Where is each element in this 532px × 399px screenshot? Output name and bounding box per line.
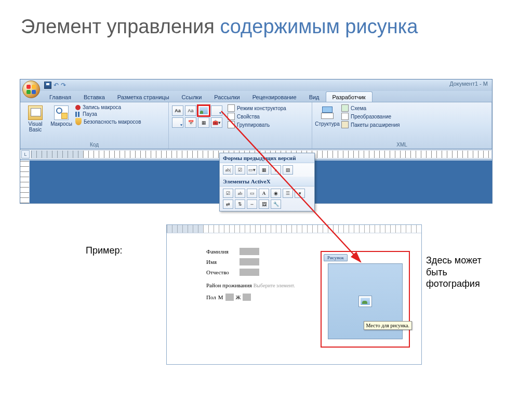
ax-image-icon[interactable]: 🖼 <box>259 200 269 209</box>
rich-text-control[interactable]: Aa <box>172 105 183 116</box>
ax-scroll-icon[interactable]: ↔ <box>247 200 257 209</box>
macro-security-button[interactable]: Безопасность макросов <box>75 118 141 125</box>
quick-access-toolbar: ↶ ↷ Документ1 - M <box>20 79 492 91</box>
picture-tooltip: Место для рисунка. <box>364 321 412 330</box>
label-surname: Фамилия <box>206 248 236 255</box>
tab-stop-selector[interactable]: L <box>21 150 30 158</box>
transform-button[interactable]: Преобразование <box>341 113 400 120</box>
legacy-textfield-icon[interactable]: ab| <box>223 165 233 175</box>
legacy-checkbox-icon[interactable]: ☑ <box>235 165 245 175</box>
tab-layout[interactable]: Разметка страницы <box>111 92 176 102</box>
checkbox-m[interactable] <box>225 294 234 301</box>
ribbon-group-xml: Структура Схема Преобразование Пакеты ра… <box>312 102 492 149</box>
tab-mailings[interactable]: Рассылки <box>208 92 246 102</box>
structure-button[interactable]: Структура <box>315 104 339 127</box>
ribbon-tabs: Главная Вставка Разметка страницы Ссылки… <box>20 91 492 102</box>
dropdown-list-control[interactable] <box>172 117 183 128</box>
macros-label: Макросы <box>50 121 72 127</box>
legacy-shade-icon[interactable]: ▨ <box>283 165 293 175</box>
legacy-label-icon[interactable]: a <box>271 165 281 175</box>
office-logo-icon <box>26 85 36 94</box>
combo-box-control[interactable] <box>211 105 222 116</box>
ax-spin-icon[interactable]: ⇅ <box>235 200 245 209</box>
date-picker-control[interactable]: 📅 <box>185 117 196 128</box>
picture-control-tab[interactable]: Рисунок <box>324 254 348 261</box>
label-patronymic: Отчество <box>206 269 236 275</box>
form-body: Фамилия Имя Отчество Район проживания Вы… <box>167 233 421 364</box>
label-m: М <box>218 294 223 300</box>
macros-icon <box>54 105 69 120</box>
photo-note: Здесь может быть фотография <box>426 255 502 290</box>
pause-button[interactable]: Пауза <box>75 111 141 117</box>
form-ruler[interactable] <box>167 225 421 233</box>
ax-combo-icon[interactable]: ▾ <box>295 189 305 198</box>
record-icon <box>75 105 81 110</box>
ax-list-icon[interactable]: ☰ <box>283 189 293 198</box>
ax-option-icon[interactable]: ◉ <box>271 189 281 198</box>
tab-insert[interactable]: Вставка <box>77 92 111 102</box>
group-button[interactable]: Группировать <box>228 121 286 128</box>
ax-toggle-icon[interactable]: ⇄ <box>223 200 233 209</box>
label-name: Имя <box>206 259 236 265</box>
visual-basic-button[interactable]: Visual Basic <box>23 104 47 132</box>
macros-button[interactable]: Макросы <box>49 104 73 127</box>
building-block-control[interactable]: ▦ <box>198 117 209 128</box>
slide-title: Элемент управления содержимым рисунка <box>0 0 532 43</box>
label-f: Ж <box>236 294 241 300</box>
structure-label: Структура <box>315 121 339 127</box>
ax-more-icon[interactable]: 🔧 <box>271 200 281 209</box>
tab-view[interactable]: Вид <box>303 92 326 102</box>
legacy-forms-header: Формы предыдущих версий <box>220 153 314 163</box>
plain-text-control[interactable]: Aa <box>185 105 196 116</box>
ax-checkbox-icon[interactable]: ☑ <box>223 189 233 198</box>
redo-icon[interactable]: ↷ <box>61 82 66 88</box>
form-document: Фамилия Имя Отчество Район проживания Вы… <box>166 224 422 365</box>
tab-review[interactable]: Рецензирование <box>246 92 303 102</box>
schema-button[interactable]: Схема <box>341 104 400 112</box>
group-icon <box>228 121 235 128</box>
title-part-2: содержимым рисунка <box>220 16 418 37</box>
vb-label: Visual Basic <box>23 121 47 132</box>
properties-icon <box>228 113 235 120</box>
tab-developer[interactable]: Разработчик <box>326 91 373 102</box>
ribbon-group-code: Visual Basic Макросы Запись макроса Пауз… <box>20 102 169 149</box>
picture-placeholder-icon <box>358 296 372 307</box>
checkbox-f[interactable] <box>243 294 251 301</box>
tab-home[interactable]: Главная <box>43 92 77 102</box>
label-region: Район проживания <box>206 282 252 288</box>
vertical-ruler[interactable] <box>20 161 30 203</box>
shield-icon <box>75 118 82 125</box>
visual-basic-icon <box>28 105 43 120</box>
field-patronymic[interactable] <box>240 269 259 276</box>
group-label-code: Код <box>23 141 165 148</box>
package-icon <box>341 121 349 128</box>
window-title: Документ1 - M <box>449 81 488 87</box>
office-button[interactable] <box>22 81 40 98</box>
tab-references[interactable]: Ссылки <box>176 92 208 102</box>
picture-control-container: Рисунок Место для рисунка. <box>321 251 410 348</box>
design-mode-button[interactable]: Режим конструктора <box>228 104 286 112</box>
expansion-packs-button[interactable]: Пакеты расширения <box>341 121 400 128</box>
save-icon[interactable] <box>44 82 51 89</box>
title-part-1: Элемент управления <box>21 16 220 37</box>
design-mode-icon <box>228 104 235 112</box>
schema-icon <box>341 104 349 112</box>
legacy-tools-dropdown[interactable]: 🧰▾ <box>211 117 222 128</box>
legacy-frame-icon[interactable]: ▦ <box>259 165 269 175</box>
ax-label-icon[interactable]: A <box>259 189 269 198</box>
ax-textbox-icon[interactable]: ab <box>235 189 245 198</box>
group-label-controls <box>172 141 309 148</box>
label-gender: Пол <box>206 294 216 300</box>
transform-icon <box>341 113 349 120</box>
structure-icon <box>320 105 335 120</box>
field-name[interactable] <box>240 258 259 265</box>
record-macro-button[interactable]: Запись макроса <box>75 104 141 110</box>
legacy-dropdown-icon[interactable]: ▭▾ <box>247 165 257 175</box>
region-placeholder[interactable]: Выберите элемент. <box>254 283 295 288</box>
picture-content-control[interactable] <box>198 105 209 116</box>
field-surname[interactable] <box>240 248 259 255</box>
undo-icon[interactable]: ↶ <box>54 82 59 88</box>
ax-button-icon[interactable]: ▭ <box>247 189 257 198</box>
properties-button[interactable]: Свойства <box>228 113 286 120</box>
example-label: Пример: <box>86 245 122 256</box>
